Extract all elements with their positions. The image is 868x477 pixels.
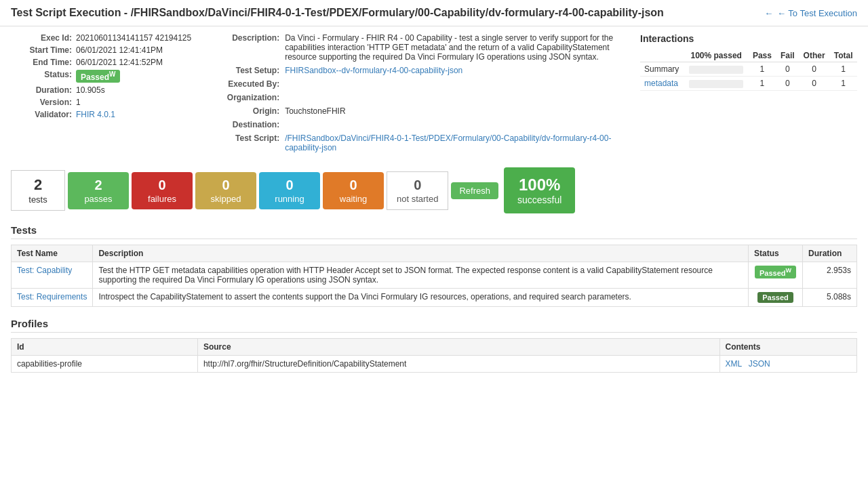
running-num: 0 bbox=[269, 178, 311, 193]
interaction-fail: 0 bbox=[776, 77, 799, 91]
status-value: PassedW bbox=[76, 70, 120, 83]
exec-id-value: 20210601134141157 42194125 bbox=[76, 33, 191, 43]
validator-label: Validator: bbox=[11, 110, 72, 119]
waiting-num: 0 bbox=[332, 178, 374, 193]
start-time-value: 06/01/2021 12:41:41PM bbox=[76, 45, 163, 55]
interaction-other: 0 bbox=[799, 77, 829, 91]
interaction-pct-bar bbox=[684, 77, 748, 91]
meta-left: Exec Id: 20210601134141157 42194125 Star… bbox=[11, 33, 191, 157]
duration-label: Duration: bbox=[11, 85, 72, 95]
test-script-label: Test Script: bbox=[205, 133, 279, 152]
skipped-num: 0 bbox=[205, 178, 247, 193]
validator-link[interactable]: FHIR 4.0.1 bbox=[76, 110, 115, 119]
passed-badge: Passed bbox=[757, 292, 793, 303]
col-duration: Duration bbox=[803, 245, 857, 262]
page-header: Test Script Execution - /FHIRSandbox/DaV… bbox=[0, 0, 868, 26]
organization-label: Organization: bbox=[205, 93, 279, 102]
executed-by-value bbox=[285, 79, 627, 89]
desc-value: Da Vinci - Formulary - FHIR R4 - 00 Capa… bbox=[285, 33, 627, 62]
interactions-table: 100% passed Pass Fail Other Total Summar… bbox=[640, 49, 857, 91]
profiles-col-id: Id bbox=[12, 339, 198, 356]
test-name[interactable]: Test: Requirements bbox=[12, 289, 93, 307]
passes-num: 2 bbox=[77, 178, 119, 193]
profiles-col-source: Source bbox=[197, 339, 719, 356]
skipped-stat-box: 0 skipped bbox=[195, 172, 256, 209]
desc-label: Description: bbox=[205, 33, 279, 62]
test-status: Passed bbox=[749, 289, 803, 307]
running-lbl: running bbox=[275, 194, 304, 204]
not-started-stat-box: 0 not started bbox=[387, 171, 448, 210]
interaction-total: 1 bbox=[829, 77, 857, 91]
failures-stat-box: 0 failures bbox=[132, 172, 193, 209]
success-box: 100% successful bbox=[504, 167, 575, 213]
interaction-name: Summary bbox=[640, 62, 684, 77]
passed-w-badge: PassedW bbox=[755, 266, 796, 278]
interaction-row: Summary 1 0 0 1 bbox=[640, 62, 857, 77]
tests-num: 2 bbox=[21, 176, 55, 194]
to-test-execution-link[interactable]: ← ← To Test Execution bbox=[764, 8, 857, 18]
status-badge: PassedW bbox=[76, 70, 120, 83]
interactions-section: Interactions 100% passed Pass Fail Other… bbox=[640, 33, 857, 157]
test-setup-label: Test Setup: bbox=[205, 66, 279, 75]
profile-xml-link[interactable]: XML bbox=[726, 359, 742, 369]
destination-value bbox=[285, 120, 627, 129]
interaction-fail: 0 bbox=[776, 62, 799, 77]
not-started-num: 0 bbox=[397, 178, 438, 193]
interaction-other: 0 bbox=[799, 62, 829, 77]
refresh-button[interactable]: Refresh bbox=[451, 182, 498, 199]
interaction-row: metadata 1 0 0 1 bbox=[640, 77, 857, 91]
test-status: PassedW bbox=[749, 262, 803, 289]
interactions-col-name bbox=[640, 49, 684, 62]
status-label: Status: bbox=[11, 70, 72, 83]
profiles-section-title: Profiles bbox=[11, 318, 857, 333]
test-script-link[interactable]: /FHIRSandbox/DaVinci/FHIR4-0-1-Test/PDEX… bbox=[285, 133, 627, 152]
end-time-value: 06/01/2021 12:41:52PM bbox=[76, 58, 163, 67]
destination-label: Destination: bbox=[205, 120, 279, 129]
profile-row: capabilities-profile http://hl7.org/fhir… bbox=[12, 356, 857, 373]
interactions-title: Interactions bbox=[640, 33, 857, 44]
not-started-lbl: not started bbox=[397, 194, 438, 204]
failures-lbl: failures bbox=[148, 194, 176, 204]
page-title: Test Script Execution - /FHIRSandbox/DaV… bbox=[11, 7, 664, 19]
test-duration: 2.953s bbox=[803, 262, 857, 289]
interaction-pass: 1 bbox=[748, 62, 776, 77]
test-row: Test: Capability Test the HTTP GET metad… bbox=[12, 262, 857, 289]
arrow-left-icon: ← bbox=[764, 8, 773, 18]
profile-source: http://hl7.org/fhir/StructureDefinition/… bbox=[197, 356, 719, 373]
tests-table: Test Name Description Status Duration Te… bbox=[11, 245, 857, 307]
col-status: Status bbox=[749, 245, 803, 262]
test-description: Test the HTTP GET metadata capabilities … bbox=[93, 262, 749, 289]
test-duration: 5.088s bbox=[803, 289, 857, 307]
interaction-pct-bar bbox=[684, 62, 748, 77]
interactions-col-fail: Fail bbox=[776, 49, 799, 62]
organization-value bbox=[285, 93, 627, 102]
passes-lbl: passes bbox=[84, 194, 112, 204]
origin-value: TouchstoneFHIR bbox=[285, 106, 627, 116]
tests-stat-box: 2 tests bbox=[11, 170, 65, 211]
interaction-name[interactable]: metadata bbox=[640, 77, 684, 91]
origin-label: Origin: bbox=[205, 106, 279, 116]
interaction-pass: 1 bbox=[748, 77, 776, 91]
interactions-col-other: Other bbox=[799, 49, 829, 62]
test-description: Introspect the CapabilityStatement to as… bbox=[93, 289, 749, 307]
skipped-lbl: skipped bbox=[211, 194, 241, 204]
profiles-section: Profiles Id Source Contents capabilities… bbox=[11, 318, 857, 373]
test-name[interactable]: Test: Capability bbox=[12, 262, 93, 289]
exec-id-label: Exec Id: bbox=[11, 33, 72, 43]
profile-contents: XML JSON bbox=[719, 356, 857, 373]
test-setup-link[interactable]: FHIRSandbox--dv-formulary-r4-00-capabili… bbox=[285, 66, 462, 75]
meta-center: Description: Da Vinci - Formulary - FHIR… bbox=[205, 33, 627, 157]
failures-num: 0 bbox=[141, 178, 183, 193]
profile-json-link[interactable]: JSON bbox=[749, 359, 770, 369]
duration-value: 10.905s bbox=[76, 85, 105, 95]
profile-id: capabilities-profile bbox=[12, 356, 198, 373]
passes-stat-box: 2 passes bbox=[68, 172, 129, 209]
running-stat-box: 0 running bbox=[259, 172, 320, 209]
tests-section-title: Tests bbox=[11, 224, 857, 239]
version-value: 1 bbox=[76, 98, 81, 107]
waiting-lbl: waiting bbox=[340, 194, 367, 204]
info-section: Exec Id: 20210601134141157 42194125 Star… bbox=[11, 33, 857, 157]
waiting-stat-box: 0 waiting bbox=[323, 172, 384, 209]
tests-lbl: tests bbox=[28, 194, 47, 205]
interaction-total: 1 bbox=[829, 62, 857, 77]
